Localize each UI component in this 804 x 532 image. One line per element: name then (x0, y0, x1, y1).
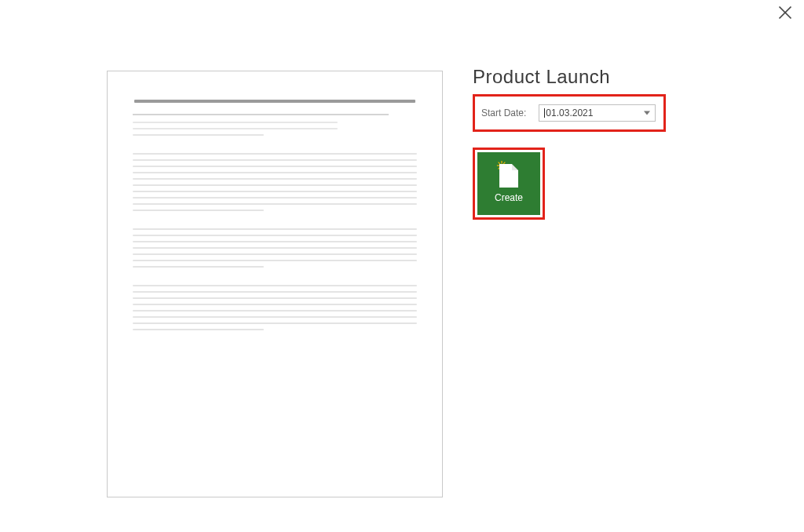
start-date-input[interactable]: 01.03.2021 (539, 104, 656, 122)
chevron-down-icon[interactable] (644, 111, 650, 115)
close-icon[interactable] (777, 5, 793, 20)
create-button[interactable]: Create (477, 152, 540, 215)
new-document-icon (499, 164, 518, 188)
start-date-value: 01.03.2021 (546, 107, 593, 118)
template-title: Product Launch (473, 66, 693, 88)
start-date-label: Start Date: (481, 107, 526, 118)
start-date-highlight: Start Date: 01.03.2021 (473, 94, 666, 132)
template-preview (107, 71, 443, 497)
create-label: Create (495, 192, 523, 203)
create-highlight: Create (473, 148, 545, 220)
